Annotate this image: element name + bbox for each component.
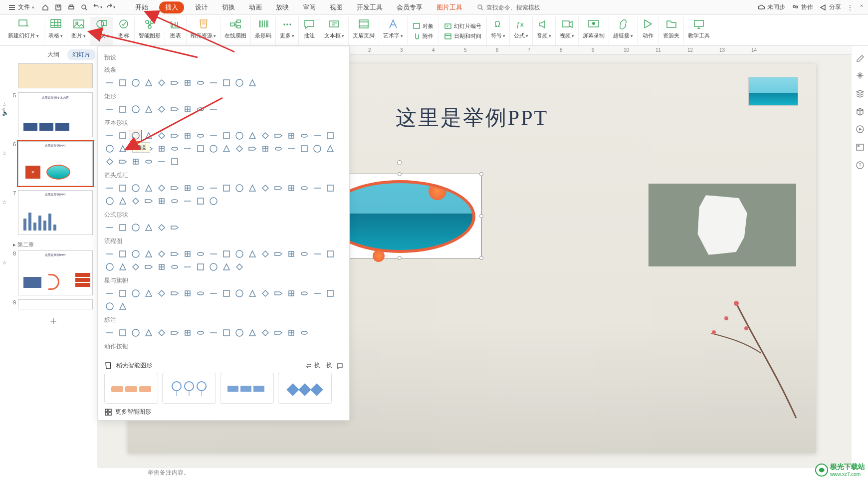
shape-option[interactable] bbox=[169, 143, 180, 154]
tab-view[interactable]: 视图 bbox=[327, 1, 346, 14]
collapse-left-icon[interactable]: « bbox=[2, 106, 5, 113]
ribbon-wordart[interactable]: 艺术字 bbox=[379, 17, 408, 45]
ribbon-attach[interactable]: 附件 bbox=[413, 32, 434, 40]
shape-option[interactable] bbox=[104, 301, 115, 312]
shape-option[interactable] bbox=[117, 301, 128, 312]
shape-option[interactable] bbox=[130, 196, 141, 207]
shape-option[interactable] bbox=[195, 288, 206, 299]
shape-option[interactable] bbox=[169, 130, 180, 141]
ribbon-slidenum[interactable]: #幻灯片编号 bbox=[444, 22, 481, 30]
tab-start[interactable]: 开始 bbox=[132, 1, 151, 14]
tab-slideshow[interactable]: 放映 bbox=[273, 1, 292, 14]
ribbon-barcode[interactable]: 条形码 bbox=[251, 17, 276, 45]
shape-option[interactable] bbox=[117, 156, 128, 167]
shape-option[interactable] bbox=[169, 156, 180, 167]
shape-option[interactable] bbox=[182, 261, 193, 272]
shape-option[interactable] bbox=[299, 248, 310, 259]
shape-option[interactable] bbox=[104, 143, 115, 154]
shape-option[interactable] bbox=[117, 143, 128, 154]
qat-print-icon[interactable] bbox=[65, 1, 77, 13]
slide-thumb-8[interactable]: ☆ 8 这里是举例PPT bbox=[11, 250, 95, 295]
shape-option[interactable] bbox=[260, 327, 271, 338]
notes-bar[interactable]: 举例备注内容。 bbox=[98, 467, 851, 478]
shape-option[interactable] bbox=[117, 327, 128, 338]
shape-option[interactable] bbox=[247, 327, 258, 338]
shape-option[interactable] bbox=[130, 288, 141, 299]
shape-option[interactable] bbox=[195, 327, 206, 338]
shape-option[interactable] bbox=[299, 183, 310, 194]
cube-icon[interactable] bbox=[856, 107, 865, 116]
ribbon-equation[interactable]: ƒx 公式 bbox=[510, 17, 533, 45]
shape-option[interactable] bbox=[104, 327, 115, 338]
shape-option[interactable] bbox=[143, 288, 154, 299]
shape-option[interactable] bbox=[325, 183, 336, 194]
resize-handle-ne[interactable] bbox=[479, 172, 483, 176]
tab-devtools[interactable]: 开发工具 bbox=[354, 1, 386, 14]
collapse-ribbon[interactable]: ⌃ bbox=[859, 4, 864, 11]
ribbon-new-slide[interactable]: 新建幻灯片 bbox=[3, 17, 44, 45]
shape-option[interactable] bbox=[325, 143, 336, 154]
tab-animation[interactable]: 动画 bbox=[246, 1, 265, 14]
shape-option[interactable] bbox=[117, 196, 128, 207]
shape-option[interactable] bbox=[169, 77, 180, 88]
shape-option[interactable] bbox=[286, 248, 297, 259]
shape-option[interactable] bbox=[117, 222, 128, 233]
ribbon-audio[interactable]: 音频 bbox=[533, 17, 556, 45]
shape-option[interactable] bbox=[221, 183, 232, 194]
shape-option[interactable] bbox=[247, 77, 258, 88]
ribbon-resource[interactable]: 资源夹 bbox=[659, 17, 684, 45]
shape-option[interactable] bbox=[312, 130, 323, 141]
shape-option[interactable] bbox=[247, 248, 258, 259]
resize-handle-n[interactable] bbox=[398, 172, 402, 176]
shape-option[interactable] bbox=[208, 288, 219, 299]
shape-option[interactable] bbox=[234, 183, 245, 194]
sync-status[interactable]: 未同步 bbox=[757, 3, 785, 11]
shape-option[interactable] bbox=[273, 143, 284, 154]
shape-option[interactable] bbox=[208, 183, 219, 194]
shape-option[interactable] bbox=[104, 183, 115, 194]
slide-thumb-9[interactable]: 9 bbox=[11, 299, 95, 309]
ribbon-textbox[interactable]: 文本框 bbox=[320, 17, 349, 45]
shape-option[interactable] bbox=[273, 288, 284, 299]
swap-button[interactable]: 换一换 bbox=[305, 361, 332, 370]
shape-option[interactable] bbox=[104, 104, 115, 115]
shape-option[interactable] bbox=[221, 77, 232, 88]
ribbon-symbol[interactable]: Ω 符号 bbox=[487, 17, 510, 45]
shape-option[interactable] bbox=[143, 261, 154, 272]
slide-thumb-6[interactable]: ☆ 6 这里是举例PPT P bbox=[11, 141, 95, 186]
shape-option[interactable] bbox=[156, 156, 167, 167]
slide-thumb-partial[interactable] bbox=[11, 63, 95, 88]
shape-option[interactable] bbox=[104, 248, 115, 259]
shape-option[interactable] bbox=[130, 104, 141, 115]
shape-option[interactable] bbox=[156, 130, 167, 141]
shape-option[interactable] bbox=[156, 222, 167, 233]
shape-option[interactable] bbox=[169, 183, 180, 194]
ribbon-comment[interactable]: 批注 bbox=[299, 17, 320, 45]
shape-option[interactable] bbox=[325, 288, 336, 299]
tab-insert[interactable]: 插入 bbox=[159, 1, 184, 13]
shape-option[interactable] bbox=[130, 248, 141, 259]
shape-option[interactable] bbox=[117, 130, 128, 141]
shape-option[interactable] bbox=[143, 130, 154, 141]
shape-option[interactable] bbox=[104, 288, 115, 299]
shape-option[interactable] bbox=[208, 77, 219, 88]
slide-thumb-7[interactable]: ☆ 7 这里是举例PPT bbox=[11, 190, 95, 235]
ribbon-icon[interactable]: 图标 bbox=[113, 17, 135, 45]
shape-option[interactable] bbox=[117, 248, 128, 259]
shape-option[interactable] bbox=[143, 77, 154, 88]
shape-option[interactable] bbox=[130, 261, 141, 272]
tab-vip[interactable]: 会员专享 bbox=[394, 1, 426, 14]
shape-option[interactable] bbox=[273, 183, 284, 194]
shape-option[interactable] bbox=[195, 183, 206, 194]
shape-option[interactable] bbox=[104, 77, 115, 88]
slide-thumb-5[interactable]: ☆🔈 5 这里是举例文本内容 bbox=[11, 92, 95, 137]
shape-option[interactable] bbox=[234, 77, 245, 88]
shape-option[interactable] bbox=[195, 77, 206, 88]
shape-option[interactable] bbox=[195, 196, 206, 207]
shape-option[interactable] bbox=[117, 104, 128, 115]
qat-save-icon[interactable] bbox=[52, 1, 64, 13]
shape-option[interactable] bbox=[143, 248, 154, 259]
shape-option[interactable] bbox=[104, 261, 115, 272]
shape-option[interactable] bbox=[247, 288, 258, 299]
shape-option[interactable] bbox=[195, 248, 206, 259]
